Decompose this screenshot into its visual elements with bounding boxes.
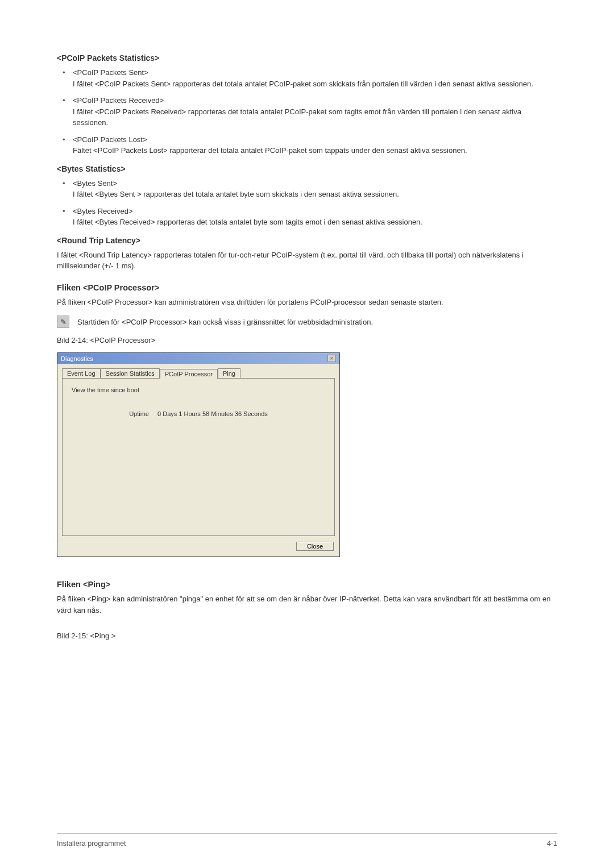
list-item-body: I fältet <PCoIP Packets Sent> rapportera… <box>73 78 557 90</box>
tab-event-log[interactable]: Event Log <box>62 368 101 379</box>
tab-strip: Event Log Session Statistics PCoIP Proce… <box>62 368 335 379</box>
tab-ping[interactable]: Ping <box>218 368 240 379</box>
list-item-body: I fältet <Bytes Received> rapporteras de… <box>73 217 557 228</box>
list-item: <Bytes Received> I fältet <Bytes Receive… <box>57 206 557 228</box>
note-text: Starttiden för <PCoIP Processor> kan ock… <box>77 318 373 326</box>
list-item-body: Fältet <PCoIP Packets Lost> rapporterar … <box>73 145 557 156</box>
note-icon: ✎ <box>57 315 69 328</box>
dialog-body: Event Log Session Statistics PCoIP Proce… <box>57 364 339 542</box>
list-item: <PCoIP Packets Lost> Fältet <PCoIP Packe… <box>57 134 557 156</box>
section-heading-ping-tab: Fliken <Ping> <box>57 580 557 589</box>
section-heading-processor-tab: Fliken <PCoIP Processor> <box>57 283 557 292</box>
footer-left: Installera programmet <box>57 840 126 848</box>
note-block: ✎ Starttiden för <PCoIP Processor> kan o… <box>57 315 557 328</box>
panel-description: View the time since boot <box>72 387 325 393</box>
diagnostics-dialog: Diagnostics × Event Log Session Statisti… <box>57 352 340 557</box>
section-heading-latency: <Round Trip Latency> <box>57 236 557 245</box>
list-item-title: <Bytes Received> <box>73 206 557 217</box>
list-item-body: I fältet <Bytes Sent > rapporteras det t… <box>73 189 557 200</box>
dialog-titlebar: Diagnostics × <box>57 353 339 364</box>
list-bytes: <Bytes Sent> I fältet <Bytes Sent > rapp… <box>57 178 557 228</box>
dialog-footer: Close <box>57 542 339 556</box>
figure-caption-ping: Bild 2-15: <Ping > <box>57 632 557 640</box>
section-heading-bytes: <Bytes Statistics> <box>57 164 557 173</box>
close-icon: × <box>330 356 334 362</box>
dialog-close-button[interactable]: × <box>327 355 336 362</box>
tab-pcoip-processor[interactable]: PCoIP Processor <box>160 369 218 379</box>
section-heading-pcoip-packets: <PCoIP Packets Statistics> <box>57 53 557 63</box>
list-item: <PCoIP Packets Received> I fältet <PCoIP… <box>57 95 557 128</box>
list-item: <PCoIP Packets Sent> I fältet <PCoIP Pac… <box>57 67 557 89</box>
uptime-label: Uptime <box>129 410 149 417</box>
footer-right: 4-1 <box>547 840 557 848</box>
dialog-title-text: Diagnostics <box>61 355 93 362</box>
paragraph-ping-intro: På fliken <Ping> kan administratören "pi… <box>57 593 557 616</box>
paragraph-latency: I fältet <Round Trip Latency> rapportera… <box>57 250 557 272</box>
tab-session-statistics[interactable]: Session Statistics <box>101 368 160 379</box>
paragraph-processor-intro: På fliken <PCoIP Processor> kan administ… <box>57 297 557 308</box>
figure-caption-processor: Bild 2-14: <PCoIP Processor> <box>57 336 557 344</box>
page-footer: Installera programmet 4-1 <box>57 833 557 848</box>
uptime-row: Uptime 0 Days 1 Hours 58 Minutes 36 Seco… <box>72 410 325 417</box>
tab-panel: View the time since boot Uptime 0 Days 1… <box>62 378 335 536</box>
list-item-body: I fältet <PCoIP Packets Received> rappor… <box>73 106 557 128</box>
close-button[interactable]: Close <box>296 542 334 551</box>
list-item-title: <Bytes Sent> <box>73 178 557 189</box>
list-item: <Bytes Sent> I fältet <Bytes Sent > rapp… <box>57 178 557 200</box>
list-item-title: <PCoIP Packets Received> <box>73 95 557 106</box>
list-pcoip-packets: <PCoIP Packets Sent> I fältet <PCoIP Pac… <box>57 67 557 156</box>
list-item-title: <PCoIP Packets Sent> <box>73 67 557 78</box>
uptime-value: 0 Days 1 Hours 58 Minutes 36 Seconds <box>157 410 268 417</box>
list-item-title: <PCoIP Packets Lost> <box>73 134 557 146</box>
